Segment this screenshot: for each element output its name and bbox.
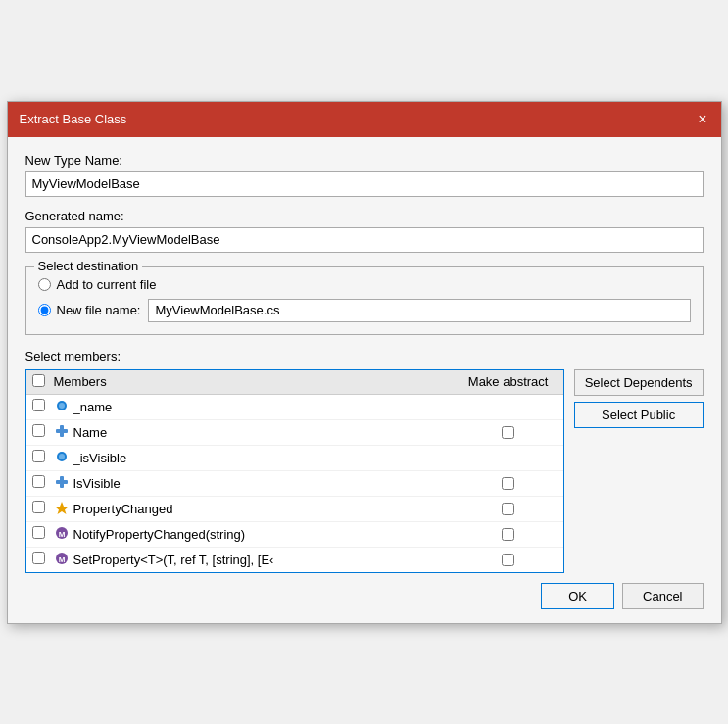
member-name-7: SetProperty<T>(T, ref T, [string], [E‹ [73, 553, 460, 567]
header-check-col [32, 374, 54, 390]
members-table: Members Make abstract _name [25, 369, 564, 573]
members-table-header: Members Make abstract [26, 370, 563, 395]
svg-point-1 [59, 403, 65, 409]
radio-add-label[interactable]: Add to current file [57, 277, 157, 292]
member-abstract-7 [460, 554, 558, 566]
method-icon-7: M [54, 551, 73, 569]
member-check-6 [32, 526, 54, 542]
property-icon-2 [54, 423, 73, 442]
new-file-name-row: New file name: [38, 299, 691, 322]
member-row: PropertyChanged [26, 497, 563, 522]
member-row: _name [26, 395, 563, 420]
abstract-checkbox-7[interactable] [502, 554, 514, 566]
member-name-1: _name [73, 400, 460, 414]
member-checkbox-5[interactable] [32, 501, 45, 513]
member-name-5: PropertyChanged [73, 502, 460, 516]
title-bar: Extract Base Class × [8, 102, 721, 137]
member-checkbox-1[interactable] [32, 399, 45, 411]
member-check-5 [32, 501, 54, 516]
abstract-checkbox-5[interactable] [502, 503, 514, 515]
svg-text:M: M [58, 555, 65, 564]
member-abstract-6 [460, 528, 558, 541]
dialog-title: Extract Base Class [20, 112, 127, 126]
svg-point-5 [59, 454, 65, 459]
radio-new-file[interactable] [38, 304, 51, 316]
new-type-name-label: New Type Name: [25, 153, 704, 168]
member-row: Name [26, 420, 563, 446]
side-buttons: Select Dependents Select Public [574, 369, 704, 428]
abstract-checkbox-2[interactable] [502, 426, 514, 439]
abstract-checkbox-4[interactable] [502, 477, 514, 490]
member-check-1 [32, 399, 54, 414]
extract-base-class-dialog: Extract Base Class × New Type Name: Gene… [7, 101, 722, 624]
radio-new-label[interactable]: New file name: [57, 303, 141, 317]
member-name-3: _isVisible [73, 451, 460, 465]
property-icon-4 [54, 474, 73, 493]
select-all-checkbox[interactable] [32, 374, 45, 387]
member-checkbox-3[interactable] [32, 450, 45, 462]
member-row: _isVisible [26, 446, 563, 471]
member-row: M NotifyPropertyChanged(string) [26, 522, 563, 548]
member-row: M SetProperty<T>(T, ref T, [string], [E‹ [26, 548, 563, 572]
footer-row: OK Cancel [25, 573, 704, 609]
close-button[interactable]: × [696, 112, 708, 127]
event-icon-5 [54, 500, 73, 518]
select-destination-group: Select destination Add to current file N… [25, 266, 704, 335]
member-checkbox-6[interactable] [32, 526, 45, 539]
generated-name-label: Generated name: [25, 209, 704, 223]
svg-text:M: M [58, 530, 65, 539]
new-type-name-input[interactable] [25, 171, 704, 197]
field-icon-3 [54, 449, 73, 467]
header-members-label: Members [54, 374, 460, 389]
member-check-4 [32, 475, 54, 491]
method-icon-6: M [54, 525, 73, 544]
abstract-checkbox-6[interactable] [502, 528, 514, 541]
field-icon-1 [54, 398, 73, 416]
member-checkbox-7[interactable] [32, 552, 45, 564]
new-file-name-input[interactable] [148, 299, 690, 322]
member-check-7 [32, 552, 54, 567]
cancel-button[interactable]: Cancel [622, 583, 703, 609]
member-check-2 [32, 424, 54, 440]
group-legend: Select destination [34, 259, 143, 273]
select-public-button[interactable]: Select Public [574, 402, 704, 428]
member-abstract-5 [460, 503, 558, 515]
ok-button[interactable]: OK [541, 583, 614, 609]
member-row: IsVisible [26, 471, 563, 497]
svg-rect-7 [60, 476, 64, 488]
member-abstract-2 [460, 426, 558, 439]
members-section: Members Make abstract _name [25, 369, 704, 573]
svg-rect-3 [60, 425, 64, 437]
member-check-3 [32, 450, 54, 465]
member-name-2: Name [73, 425, 460, 440]
member-checkbox-4[interactable] [32, 475, 45, 488]
select-dependents-button[interactable]: Select Dependents [574, 369, 704, 396]
member-checkbox-2[interactable] [32, 424, 45, 437]
member-name-4: IsVisible [73, 476, 460, 491]
header-abstract-label: Make abstract [460, 374, 558, 389]
select-members-label: Select members: [25, 349, 704, 363]
member-abstract-4 [460, 477, 558, 490]
svg-marker-8 [55, 502, 69, 514]
generated-name-input[interactable] [25, 227, 704, 253]
radio-add-to-current[interactable] [38, 278, 51, 291]
add-to-current-file-row: Add to current file [38, 277, 691, 292]
dialog-body: New Type Name: Generated name: Select de… [8, 137, 721, 623]
member-name-6: NotifyPropertyChanged(string) [73, 527, 460, 542]
